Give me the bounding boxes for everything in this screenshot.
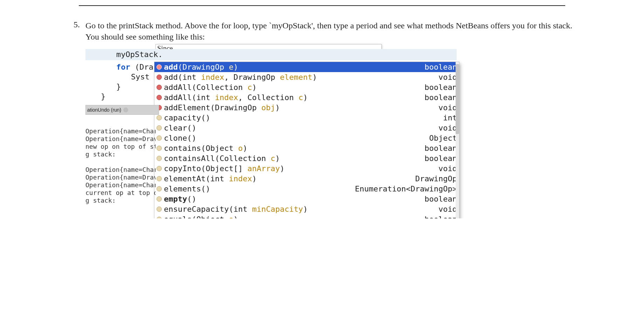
- code-brace: }: [101, 92, 105, 101]
- code-editor[interactable]: myOpStack. for (Dra Syst } } add(Drawing…: [85, 49, 457, 102]
- autocomplete-item[interactable]: equals(Object o)boolean: [154, 214, 459, 218]
- method-visibility-icon: [157, 217, 162, 218]
- output-panel: ationUndo (run) Operation{name=Char Oper…: [85, 105, 457, 204]
- method-signature: add(int index, DrawingOp element): [164, 72, 436, 82]
- list-item-5: 5. Go to the printStack method. Above th…: [60, 20, 584, 43]
- keyword-for: for: [116, 63, 130, 71]
- output-tab-label: ationUndo (run): [87, 105, 121, 115]
- autocomplete-item[interactable]: addAll(Collection c)boolean: [154, 82, 459, 92]
- autocomplete-item[interactable]: add(int index, DrawingOp element)void: [154, 72, 459, 82]
- return-type: void: [438, 204, 457, 214]
- autocomplete-item[interactable]: ensureCapacity(int minCapacity)void: [154, 204, 459, 214]
- autocomplete-item[interactable]: add(DrawingOp e)boolean: [154, 62, 459, 72]
- return-type: boolean: [424, 82, 457, 92]
- method-visibility-icon: [157, 206, 162, 212]
- output-tab[interactable]: ationUndo (run): [85, 105, 159, 115]
- method-visibility-icon: [157, 85, 162, 90]
- autocomplete-item[interactable]: addAll(int index, Collection c)boolean: [154, 92, 459, 103]
- typed-code: myOpStack.: [116, 50, 162, 59]
- instruction-text: Go to the printStack method. Above the f…: [85, 20, 584, 43]
- output-body: Operation{name=Char Operation{name=Drav …: [85, 115, 155, 204]
- return-type: boolean: [424, 92, 457, 103]
- code-text: Syst: [131, 72, 150, 81]
- method-signature: addAll(Collection c): [164, 82, 422, 92]
- code-text: (Dra: [130, 63, 153, 71]
- return-type: boolean: [424, 214, 457, 218]
- method-visibility-icon: [157, 64, 162, 70]
- close-icon[interactable]: [123, 107, 128, 112]
- screenshot: Since. myOpStack. for (Dra Syst } } add(…: [85, 49, 457, 204]
- method-visibility-icon: [157, 95, 162, 100]
- method-visibility-icon: [157, 75, 162, 80]
- method-signature: addAll(int index, Collection c): [164, 92, 422, 103]
- return-type: boolean: [424, 62, 457, 72]
- return-type: void: [438, 72, 457, 82]
- list-number: 5.: [60, 20, 85, 29]
- method-signature: equals(Object o): [164, 214, 422, 218]
- method-signature: add(DrawingOp e): [164, 62, 422, 72]
- method-signature: ensureCapacity(int minCapacity): [164, 204, 436, 214]
- top-rule: [79, 0, 565, 6]
- code-brace: }: [116, 82, 121, 91]
